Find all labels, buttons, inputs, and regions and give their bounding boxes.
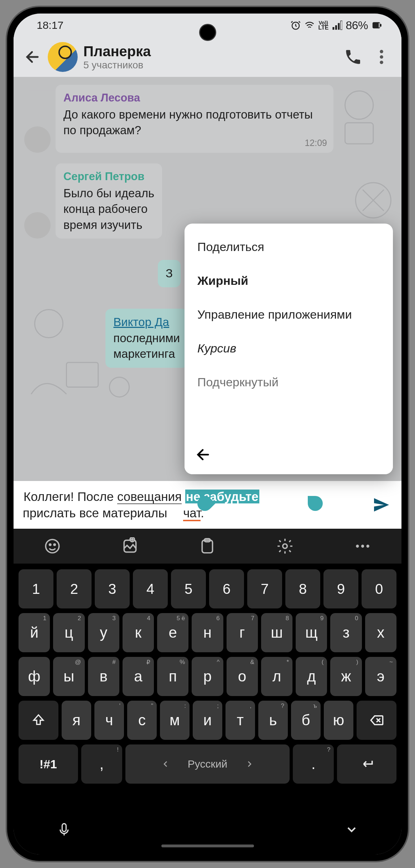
chevron-left-icon	[161, 760, 170, 768]
key-у[interactable]: у3	[88, 613, 119, 652]
sticker-icon[interactable]	[121, 537, 139, 555]
message-text: последними маркетинга	[113, 330, 180, 362]
key-5[interactable]: 5	[171, 569, 206, 608]
key-г[interactable]: г7	[227, 613, 258, 652]
context-item-italic[interactable]: Курсив	[185, 331, 393, 365]
send-button[interactable]	[372, 495, 391, 515]
key-ц[interactable]: ц2	[53, 613, 84, 652]
message-bubble[interactable]: Алиса Лесова До какого времени нужно под…	[56, 85, 333, 153]
mention-link[interactable]: Виктор Да	[113, 315, 169, 329]
key-в[interactable]: в#	[88, 657, 119, 696]
key-ы[interactable]: ы@	[53, 657, 84, 696]
mic-icon[interactable]	[56, 822, 72, 837]
key-н[interactable]: н6	[192, 613, 223, 652]
key-т[interactable]: т,	[225, 701, 255, 740]
key-9[interactable]: 9	[323, 569, 358, 608]
key-3[interactable]: 3	[95, 569, 130, 608]
nav-pill[interactable]	[161, 845, 254, 847]
status-right: Vo))LTE 86%	[290, 19, 382, 32]
more-horizontal-icon[interactable]	[354, 537, 372, 555]
key-8[interactable]: 8	[285, 569, 320, 608]
enter-key[interactable]	[337, 744, 396, 784]
chat-title: Планерка	[83, 43, 334, 59]
selection-handle-end[interactable]	[308, 496, 323, 511]
backspace-key[interactable]	[357, 701, 396, 740]
context-item-bold[interactable]: Жирный	[185, 264, 393, 298]
svg-point-27	[283, 544, 287, 549]
context-menu-back[interactable]	[185, 434, 393, 474]
key-0[interactable]: 0	[362, 569, 396, 608]
period-key[interactable]: .?	[293, 744, 334, 784]
message-row[interactable]: З	[21, 260, 181, 287]
chat-avatar[interactable]	[48, 42, 78, 72]
key-1[interactable]: 1	[19, 569, 53, 608]
sender-avatar[interactable]	[24, 126, 51, 153]
key-ж[interactable]: ж)	[330, 657, 362, 696]
key-п[interactable]: п%	[157, 657, 188, 696]
back-icon[interactable]	[24, 48, 41, 66]
context-item-underline[interactable]: Подчеркнутый	[185, 365, 393, 399]
context-item-app-mgmt[interactable]: Управление приложениями	[185, 298, 393, 331]
key-и[interactable]: и;	[193, 701, 222, 740]
clipboard-icon[interactable]	[198, 537, 216, 555]
call-icon[interactable]	[344, 48, 362, 66]
message-row[interactable]: Алиса Лесова До какого времени нужно под…	[24, 85, 394, 153]
key-ф[interactable]: ф	[19, 657, 50, 696]
sender-avatar[interactable]	[24, 212, 51, 239]
message-bubble[interactable]: Виктор Да последними маркетинга	[105, 309, 188, 368]
key-э[interactable]: э~	[365, 657, 396, 696]
svg-rect-7	[379, 23, 380, 28]
key-б[interactable]: бъ	[291, 701, 321, 740]
keyboard-language: Русский	[188, 758, 227, 770]
more-icon[interactable]	[372, 48, 391, 66]
alarm-icon	[290, 20, 301, 31]
key-м[interactable]: м:	[160, 701, 190, 740]
key-д[interactable]: д(	[296, 657, 327, 696]
key-о[interactable]: о&	[227, 657, 258, 696]
key-ч[interactable]: ч'	[94, 701, 124, 740]
key-е[interactable]: е5 ё	[157, 613, 188, 652]
message-bubble[interactable]: Сергей Петров Было бы идеаль конца рабоч…	[56, 163, 162, 239]
comma-key[interactable]: ,!	[81, 744, 122, 784]
key-row-numbers: 1234567890	[16, 569, 399, 608]
key-з[interactable]: з0	[330, 613, 362, 652]
key-к[interactable]: к4	[123, 613, 154, 652]
shift-key[interactable]	[19, 701, 58, 740]
keyboard-toolbar	[14, 529, 401, 564]
key-я[interactable]: я	[62, 701, 91, 740]
chat-title-block[interactable]: Планерка 5 участников	[83, 43, 334, 71]
emoji-icon[interactable]	[43, 537, 61, 555]
key-л[interactable]: л*	[261, 657, 292, 696]
key-р[interactable]: р^	[192, 657, 223, 696]
key-ш[interactable]: ш8	[261, 613, 292, 652]
shift-icon	[31, 713, 46, 727]
key-й[interactable]: й1	[19, 613, 50, 652]
camera-cutout	[200, 25, 215, 40]
settings-icon[interactable]	[276, 537, 294, 555]
context-item-share[interactable]: Поделиться	[185, 230, 393, 264]
key-2[interactable]: 2	[57, 569, 92, 608]
key-ю[interactable]: ю	[324, 701, 353, 740]
key-ь[interactable]: ь?	[258, 701, 288, 740]
message-row[interactable]: Виктор Да последними маркетинга	[21, 309, 188, 368]
symbols-key[interactable]: !#1	[19, 744, 78, 784]
svg-point-21	[50, 544, 51, 545]
chat-header: Планерка 5 участников	[14, 37, 401, 77]
key-row-3: яч'с"м:и;т,ь?бъю	[16, 701, 399, 740]
message-text: З	[166, 266, 173, 282]
back-arrow-icon	[195, 446, 212, 463]
message-bubble[interactable]: З	[158, 260, 181, 287]
keyboard-hide-icon[interactable]	[344, 822, 359, 837]
key-7[interactable]: 7	[247, 569, 282, 608]
phone-frame: 18:17 Vo))LTE 86% Планерка 5 участников	[7, 7, 408, 861]
key-6[interactable]: 6	[209, 569, 244, 608]
key-а[interactable]: а₽	[123, 657, 154, 696]
key-с[interactable]: с"	[127, 701, 157, 740]
svg-point-29	[361, 545, 364, 548]
signal-icon	[332, 20, 342, 31]
space-key[interactable]: Русский	[125, 744, 290, 784]
svg-rect-6	[380, 24, 382, 27]
key-4[interactable]: 4	[133, 569, 168, 608]
key-щ[interactable]: щ9	[296, 613, 327, 652]
key-х[interactable]: х	[365, 613, 396, 652]
